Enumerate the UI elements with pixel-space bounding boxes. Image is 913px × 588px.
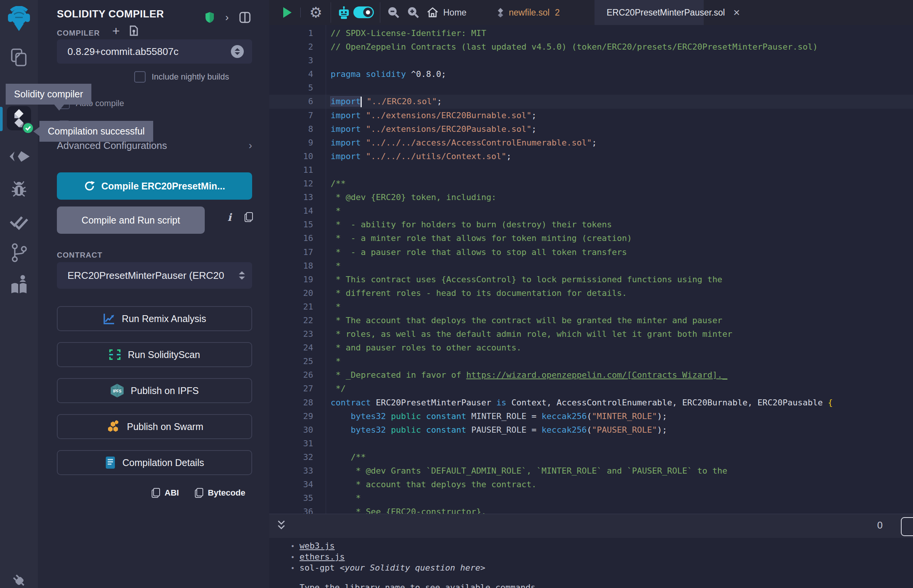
compilation-details-label: Compilation Details: [123, 457, 204, 468]
info-icon[interactable]: i: [228, 212, 231, 223]
run-solidityscan-button[interactable]: Run SolidityScan: [57, 342, 252, 367]
terminal-header: 0: [269, 514, 913, 538]
git-branch-icon[interactable]: [0, 242, 38, 263]
code-line[interactable]: 33 * @dev Grants `DEFAULT_ADMIN_ROLE`, `…: [269, 464, 913, 478]
pin-panel-icon[interactable]: [239, 12, 251, 23]
compiler-doc-icon[interactable]: [129, 25, 139, 36]
code-line[interactable]: 16 * - a minter role that allows for tok…: [269, 231, 913, 245]
code-line[interactable]: 32 /**: [269, 451, 913, 464]
code-line[interactable]: 25 *: [269, 355, 913, 368]
code-line[interactable]: 34 * account that deploys the contract.: [269, 478, 913, 491]
code-line[interactable]: 2// OpenZeppelin Contracts (last updated…: [269, 40, 913, 54]
code-editor[interactable]: 1// SPDX-License-Identifier: MIT2// Open…: [269, 25, 913, 514]
code-line[interactable]: 8import "../extensions/ERC20Pausable.sol…: [269, 123, 913, 136]
compile-button[interactable]: Compile ERC20PresetMin...: [57, 172, 252, 200]
remix-logo-icon[interactable]: [0, 5, 38, 33]
add-compiler-plus-icon[interactable]: +: [112, 24, 120, 38]
document-icon: [105, 456, 116, 469]
code-line[interactable]: 22 * The account that deploys the contra…: [269, 314, 913, 327]
code-lines: 1// SPDX-License-Identifier: MIT2// Open…: [269, 25, 913, 514]
code-line[interactable]: 15 * - ability for holders to burn (dest…: [269, 218, 913, 231]
terminal-item[interactable]: •ethers.js: [269, 551, 913, 562]
run-remix-analysis-button[interactable]: Run Remix Analysis: [57, 306, 252, 331]
code-line[interactable]: 17 * - a pauser role that allows to stop…: [269, 246, 913, 259]
publish-ipfs-button[interactable]: IPFS Publish on IPFS: [57, 378, 252, 403]
code-line[interactable]: 36 * See {ERC20-constructor}.: [269, 505, 913, 514]
copy-icon[interactable]: [244, 212, 253, 222]
zoom-in-icon[interactable]: [405, 0, 422, 25]
expand-terminal-icon[interactable]: [276, 519, 287, 531]
select-updown-icon: [231, 45, 244, 58]
tab-newfile-badge: 2: [555, 8, 560, 18]
code-line[interactable]: 19 * This contract uses {AccessControl} …: [269, 273, 913, 286]
code-line[interactable]: 30 bytes32 public constant PAUSER_ROLE =…: [269, 423, 913, 437]
plugin-manager-plug-icon[interactable]: [0, 573, 38, 588]
code-line[interactable]: 21 *: [269, 300, 913, 314]
learneth-book-icon[interactable]: [0, 273, 38, 296]
code-line[interactable]: 3: [269, 54, 913, 68]
unit-testing-doublecheck-icon[interactable]: [0, 212, 38, 233]
zoom-out-icon[interactable]: [385, 0, 402, 25]
code-line[interactable]: 13 * @dev {ERC20} token, including:: [269, 191, 913, 204]
terminal-search-input[interactable]: [901, 517, 913, 536]
script-config-gear-icon[interactable]: ⚙: [306, 0, 325, 25]
code-line[interactable]: 27 */: [269, 382, 913, 396]
tab-active-label: ERC20PresetMinterPauser.sol: [607, 8, 725, 18]
line-number: 6: [269, 95, 322, 108]
code-line[interactable]: 14 *: [269, 204, 913, 218]
copy-abi-button[interactable]: ABI: [152, 488, 179, 498]
collapse-panel-chevron-icon[interactable]: ›: [225, 11, 228, 24]
compile-and-run-button[interactable]: Compile and Run script: [57, 207, 205, 234]
contract-select[interactable]: ERC20PresetMinterPauser (ERC20: [57, 262, 252, 289]
line-number: 27: [269, 382, 322, 396]
code-line[interactable]: 35 *: [269, 491, 913, 505]
code-line[interactable]: 9import "../../../access/AccessControlEn…: [269, 136, 913, 150]
toolbar-divider: [380, 2, 380, 23]
code-line[interactable]: 28contract ERC20PresetMinterPauser is Co…: [269, 396, 913, 410]
code-line[interactable]: 31: [269, 437, 913, 451]
code-line[interactable]: 12/**: [269, 177, 913, 191]
contract-section-label: CONTRACT: [57, 251, 102, 260]
code-line[interactable]: 5: [269, 81, 913, 95]
compiler-version-select[interactable]: 0.8.29+commit.ab55807c: [57, 39, 252, 64]
scan-brackets-icon: [109, 349, 121, 361]
code-line[interactable]: 4pragma solidity ^0.8.0;: [269, 68, 913, 81]
code-line[interactable]: 26 * _Deprecated in favor of https://wiz…: [269, 368, 913, 382]
deploy-run-ethereum-icon[interactable]: [0, 146, 38, 167]
compilation-details-button[interactable]: Compilation Details: [57, 450, 252, 475]
code-line[interactable]: 20 * different roles - head to its docum…: [269, 286, 913, 300]
run-script-play-button[interactable]: [280, 0, 295, 25]
debugger-bug-icon[interactable]: [0, 179, 38, 199]
line-number: 13: [269, 191, 322, 204]
code-line[interactable]: 10import "../../../utils/Context.sol";: [269, 150, 913, 163]
run-solidityscan-label: Run SolidityScan: [128, 349, 200, 360]
tab-home[interactable]: Home: [427, 0, 466, 25]
code-line[interactable]: 1// SPDX-License-Identifier: MIT: [269, 26, 913, 40]
code-line[interactable]: 11: [269, 163, 913, 177]
refresh-icon: [84, 180, 95, 192]
nightly-builds-checkbox[interactable]: [134, 71, 146, 82]
ai-copilot-robot-icon[interactable]: [336, 0, 352, 25]
line-number: 7: [269, 109, 322, 123]
terminal-item[interactable]: •web3.js: [269, 540, 913, 551]
gutter-divider: [326, 25, 326, 514]
close-tab-icon[interactable]: ×: [733, 9, 740, 16]
line-number: 23: [269, 327, 322, 341]
code-line[interactable]: 6import "../ERC20.sol";: [269, 95, 913, 108]
tab-erc20presetminterpauser-sol[interactable]: ERC20PresetMinterPauser.sol ×: [594, 0, 704, 25]
shield-icon[interactable]: [205, 11, 215, 24]
file-explorer-icon[interactable]: [0, 46, 38, 69]
copilot-toggle[interactable]: [353, 6, 374, 18]
code-line[interactable]: 29 bytes32 public constant MINTER_ROLE =…: [269, 410, 913, 423]
line-number: 9: [269, 136, 322, 150]
tab-newfile-sol[interactable]: newfile.sol 2: [497, 0, 560, 25]
copy-bytecode-button[interactable]: Bytecode: [195, 488, 245, 498]
publish-ipfs-label: Publish on IPFS: [131, 385, 199, 396]
code-line[interactable]: 18 *: [269, 259, 913, 273]
publish-swarm-button[interactable]: Publish on Swarm: [57, 414, 252, 439]
line-number: 10: [269, 150, 322, 163]
code-line[interactable]: 23 * roles, as well as the default admin…: [269, 327, 913, 341]
code-line[interactable]: 24 * and pauser roles to other accounts.: [269, 341, 913, 355]
code-line[interactable]: 7import "../extensions/ERC20Burnable.sol…: [269, 109, 913, 123]
line-number: 12: [269, 177, 322, 191]
